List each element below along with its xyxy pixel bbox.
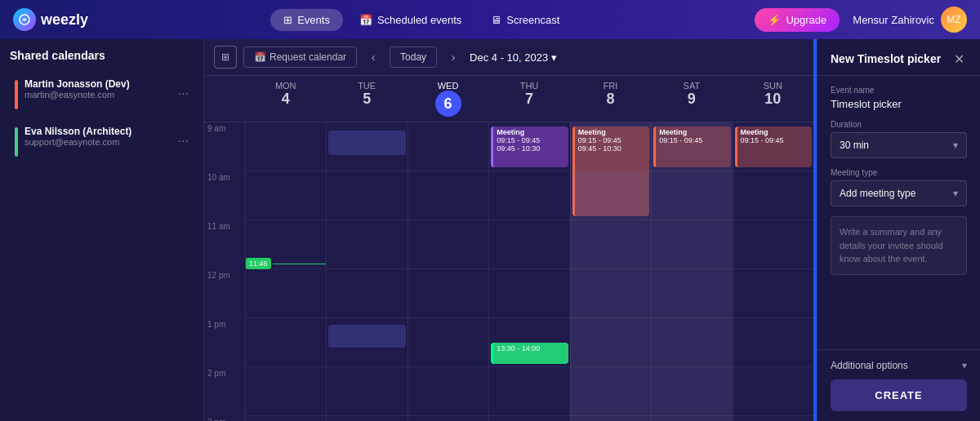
chevron-down-icon: ▾ bbox=[953, 188, 958, 199]
cell-sat-10[interactable] bbox=[651, 171, 732, 220]
cell-sat-2[interactable] bbox=[651, 367, 732, 416]
cell-sat-3[interactable] bbox=[651, 416, 732, 421]
event-thu-morning[interactable]: Meeting 09:15 - 09:45 09:45 - 10:30 bbox=[491, 126, 568, 167]
cell-thu-10[interactable] bbox=[488, 171, 569, 220]
app-logo[interactable]: weezly bbox=[13, 8, 88, 31]
cell-mon-3[interactable] bbox=[245, 416, 326, 421]
cell-wed-1[interactable] bbox=[408, 318, 488, 367]
event-sat-morning[interactable]: Meeting 09:15 - 09:45 bbox=[653, 126, 730, 167]
panel-title: New Timeslot picker bbox=[831, 52, 941, 65]
additional-options-toggle[interactable]: Additional options ▾ bbox=[831, 360, 967, 371]
meeting-type-group: Meeting type Add meeting type ▾ bbox=[831, 168, 967, 206]
screencast-nav-button[interactable]: 🖥 Screencast bbox=[478, 9, 572, 31]
cell-thu-11[interactable] bbox=[488, 220, 569, 269]
duration-group: Duration 30 min ▾ bbox=[831, 120, 967, 158]
logo-icon bbox=[13, 8, 36, 31]
cell-tue-11[interactable] bbox=[326, 220, 407, 269]
cell-fri-12[interactable] bbox=[570, 269, 651, 318]
cell-tue-3[interactable] bbox=[326, 416, 407, 421]
user-info[interactable]: Mensur Zahirovic MZ bbox=[853, 7, 967, 33]
event-name-value[interactable]: Timeslot picker bbox=[831, 98, 967, 110]
cell-mon-10[interactable] bbox=[245, 171, 326, 220]
cell-wed-9[interactable] bbox=[408, 122, 488, 171]
cell-sun-9[interactable]: Meeting 09:15 - 09:45 bbox=[733, 122, 813, 171]
chevron-down-icon: ▾ bbox=[953, 140, 958, 151]
scheduled-events-nav-button[interactable]: 📅 Scheduled events bbox=[346, 9, 474, 31]
event-thu-afternoon[interactable]: 13:30 - 14:00 bbox=[491, 343, 568, 364]
cell-wed-12[interactable] bbox=[408, 269, 488, 318]
cell-thu-2[interactable] bbox=[488, 367, 569, 416]
event-sun-morning[interactable]: Meeting 09:15 - 09:45 bbox=[735, 126, 812, 167]
calendar-color-indicator bbox=[15, 127, 18, 157]
top-navigation: weezly ⊞ Events 📅 Scheduled events 🖥 Scr… bbox=[0, 0, 980, 39]
cell-thu-1[interactable]: 13:30 - 14:00 bbox=[488, 318, 569, 367]
cell-mon-2[interactable] bbox=[245, 367, 326, 416]
cell-tue-1[interactable] bbox=[326, 318, 407, 367]
cell-thu-3[interactable] bbox=[488, 416, 569, 421]
cell-fri-9[interactable]: Meeting 09:15 - 09:45 09:45 - 10:30 bbox=[570, 122, 651, 171]
cell-sun-1[interactable] bbox=[733, 318, 813, 367]
today-button[interactable]: Today bbox=[390, 47, 437, 68]
cell-mon-11[interactable]: 11:46 bbox=[245, 220, 326, 269]
cell-fri-3[interactable] bbox=[570, 416, 651, 421]
cell-wed-11[interactable] bbox=[408, 220, 488, 269]
grid-view-button[interactable]: ⊞ bbox=[214, 46, 237, 69]
cell-sun-11[interactable] bbox=[733, 220, 813, 269]
date-range-selector[interactable]: Dec 4 - 10, 2023 ▾ bbox=[470, 51, 557, 64]
cell-wed-10[interactable] bbox=[408, 171, 488, 220]
cell-sun-2[interactable] bbox=[733, 367, 813, 416]
event-name-group: Event name Timeslot picker bbox=[831, 86, 967, 110]
now-time-label: 11:46 bbox=[246, 258, 271, 269]
cell-fri-11[interactable] bbox=[570, 220, 651, 269]
event-tue-9[interactable] bbox=[328, 131, 405, 155]
right-panel: New Timeslot picker ✕ Event name Timeslo… bbox=[817, 39, 980, 421]
close-button[interactable]: ✕ bbox=[951, 51, 967, 67]
cell-wed-3[interactable] bbox=[408, 416, 488, 421]
next-week-button[interactable]: › bbox=[443, 47, 463, 67]
description-textarea[interactable]: Write a summary and any details your inv… bbox=[831, 216, 967, 275]
cell-mon-9[interactable] bbox=[245, 122, 326, 171]
cell-sun-12[interactable] bbox=[733, 269, 813, 318]
days-header: MON4 TUE5 WED6 THU7 FRI8 SAT9 SU bbox=[204, 76, 813, 122]
cell-sat-11[interactable] bbox=[651, 220, 732, 269]
calendar-toolbar: ⊞ 📅 Request calendar ‹ Today › Dec 4 - 1… bbox=[204, 39, 813, 76]
meeting-type-select[interactable]: Add meeting type ▾ bbox=[831, 180, 967, 206]
upgrade-button[interactable]: ⚡ Upgrade bbox=[755, 8, 840, 32]
cell-wed-2[interactable] bbox=[408, 367, 488, 416]
sidebar-title: Shared calendars bbox=[10, 49, 194, 62]
app-name: weezly bbox=[41, 11, 88, 29]
cell-tue-10[interactable] bbox=[326, 171, 407, 220]
cell-fri-1[interactable] bbox=[570, 318, 651, 367]
panel-header: New Timeslot picker ✕ bbox=[817, 39, 980, 76]
cell-sat-1[interactable] bbox=[651, 318, 732, 367]
calendar-options-button[interactable]: ··· bbox=[178, 134, 189, 148]
cell-tue-2[interactable] bbox=[326, 367, 407, 416]
request-calendar-button[interactable]: 📅 Request calendar bbox=[243, 47, 357, 68]
events-icon: ⊞ bbox=[283, 14, 292, 26]
events-nav-button[interactable]: ⊞ Events bbox=[270, 9, 343, 31]
cell-tue-12[interactable] bbox=[326, 269, 407, 318]
prev-week-button[interactable]: ‹ bbox=[363, 47, 383, 67]
cell-fri-2[interactable] bbox=[570, 367, 651, 416]
cell-sat-9[interactable]: Meeting 09:15 - 09:45 bbox=[651, 122, 732, 171]
cell-sun-3[interactable] bbox=[733, 416, 813, 421]
calendar-item-eva[interactable]: Eva Nilsson (Architect) support@easynote… bbox=[10, 119, 194, 163]
cell-tue-9[interactable] bbox=[326, 122, 407, 171]
event-name-label: Event name bbox=[831, 86, 967, 95]
event-tue-1pm[interactable] bbox=[328, 325, 405, 348]
calendar-options-button[interactable]: ··· bbox=[178, 86, 189, 101]
cell-fri-10[interactable] bbox=[570, 171, 651, 220]
create-button[interactable]: CREATE bbox=[831, 379, 967, 411]
day-header-mon: MON4 bbox=[245, 76, 326, 122]
cell-mon-1[interactable] bbox=[245, 318, 326, 367]
calendar-item-martin[interactable]: Martin Jonasson (Dev) martin@easynote.co… bbox=[10, 72, 194, 116]
avatar: MZ bbox=[941, 7, 967, 33]
cell-sat-12[interactable] bbox=[651, 269, 732, 318]
calendar-grid[interactable]: MON4 TUE5 WED6 THU7 FRI8 SAT9 SU bbox=[204, 76, 813, 421]
cell-sun-10[interactable] bbox=[733, 171, 813, 220]
cell-thu-9[interactable]: Meeting 09:15 - 09:45 09:45 - 10:30 bbox=[488, 122, 569, 171]
cell-thu-12[interactable] bbox=[488, 269, 569, 318]
lightning-icon: ⚡ bbox=[768, 14, 781, 26]
duration-select[interactable]: 30 min ▾ bbox=[831, 132, 967, 158]
cell-mon-12[interactable] bbox=[245, 269, 326, 318]
